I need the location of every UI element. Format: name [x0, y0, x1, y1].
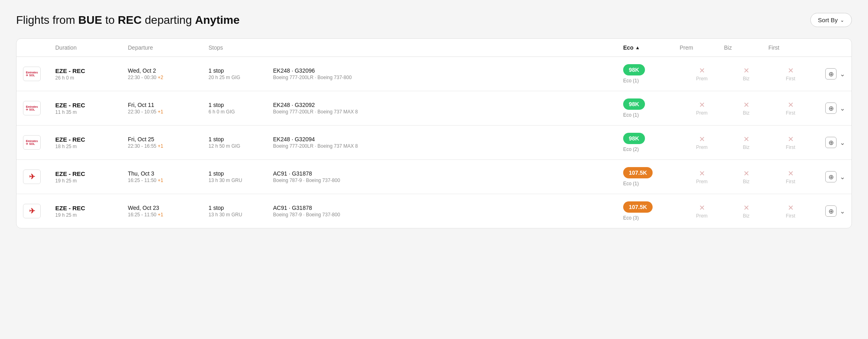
row-actions: ⊕ ⌄	[813, 171, 845, 182]
airline-logo-aircanada: ✈	[23, 204, 41, 218]
airline-logo-emirates: Emirates✈ SOL	[23, 135, 41, 150]
departure-info: Fri, Oct 11 22:30 - 10:05 +1	[128, 102, 209, 115]
airline-logo-cell: Emirates✈ SOL	[23, 101, 55, 115]
aircraft-info: Boeing 787-9 · Boeing 737-800	[273, 212, 623, 218]
col-biz: Biz	[724, 44, 768, 51]
time-offset: +1	[158, 109, 163, 115]
expand-button[interactable]: ⊕	[825, 205, 837, 217]
row-actions: ⊕ ⌄	[813, 103, 845, 114]
origin: BUE	[78, 14, 102, 26]
duration-text: 26 h 0 m	[55, 75, 128, 81]
col-empty	[23, 44, 55, 51]
departure-time: 16:25 - 11:50 +1	[128, 212, 209, 218]
prem-label: Prem	[696, 110, 708, 116]
stops-info: 1 stop 20 h 25 m GIG	[209, 67, 273, 80]
flight-codes: AC91 · G31878	[273, 205, 623, 211]
first-cell: ✕ First	[768, 135, 813, 150]
eco-sub: Eco (1)	[623, 78, 680, 84]
row-actions: ⊕ ⌄	[813, 68, 845, 80]
prem-unavail-icon: ✕	[699, 66, 705, 75]
prem-cell: ✕ Prem	[680, 203, 724, 219]
stop-detail: 12 h 50 m GIG	[209, 143, 273, 149]
first-unavail-icon: ✕	[788, 169, 794, 178]
eco-cell[interactable]: 98K Eco (2)	[623, 133, 680, 152]
eco-cell[interactable]: 98K Eco (1)	[623, 64, 680, 84]
prem-cell: ✕ Prem	[680, 135, 724, 150]
table-row: Emirates✈ SOL EZE - REC 18 h 25 m Fri, O…	[17, 126, 851, 160]
flight-detail: EK248 · G32096 Boeing 777-200LR · Boeing…	[273, 67, 623, 80]
prem-unavail-icon: ✕	[699, 169, 705, 178]
flights-table: Duration Departure Stops Eco ▲ Prem Biz …	[16, 38, 852, 228]
page-header: Flights from BUE to REC departing Anytim…	[16, 13, 852, 27]
prem-cell: ✕ Prem	[680, 66, 724, 82]
destination: REC	[118, 14, 142, 26]
col-stops: Stops	[209, 44, 273, 51]
biz-unavail-icon: ✕	[743, 169, 749, 178]
first-cell: ✕ First	[768, 100, 813, 116]
row-chevron-down-icon[interactable]: ⌄	[840, 139, 845, 146]
depart-time: Anytime	[195, 14, 240, 26]
time-offset: +1	[158, 212, 163, 218]
sort-arrow-icon: ▲	[635, 45, 640, 50]
eco-cell[interactable]: 107.5K Eco (1)	[623, 167, 680, 186]
route-info: EZE - REC 19 h 25 m	[55, 170, 128, 184]
row-chevron-down-icon[interactable]: ⌄	[840, 70, 845, 78]
duration-text: 18 h 25 m	[55, 144, 128, 149]
aircraft-info: Boeing 777-200LR · Boeing 737 MAX 8	[273, 109, 623, 115]
first-label: First	[786, 110, 795, 116]
eco-price-badge: 107.5K	[623, 167, 653, 178]
time-offset: +2	[158, 75, 163, 80]
expand-button[interactable]: ⊕	[825, 103, 837, 114]
first-label: First	[786, 179, 795, 184]
first-unavail-icon: ✕	[788, 66, 794, 75]
first-cell: ✕ First	[768, 203, 813, 219]
col-eco[interactable]: Eco ▲	[623, 44, 680, 51]
route-text: EZE - REC	[55, 67, 128, 74]
sort-button[interactable]: Sort By ⌄	[810, 13, 852, 27]
col-actions	[813, 44, 845, 51]
departure-time: 22:30 - 00:30 +2	[128, 75, 209, 80]
flights-list: Emirates✈ SOL EZE - REC 26 h 0 m Wed, Oc…	[17, 57, 851, 228]
row-chevron-down-icon[interactable]: ⌄	[840, 173, 845, 181]
stops-info: 1 stop 6 h 0 m GIG	[209, 102, 273, 115]
biz-label: Biz	[743, 213, 750, 219]
expand-button[interactable]: ⊕	[825, 137, 837, 148]
eco-cell[interactable]: 98K Eco (1)	[623, 98, 680, 118]
row-chevron-down-icon[interactable]: ⌄	[840, 105, 845, 112]
col-departure: Departure	[128, 44, 209, 51]
page-title: Flights from BUE to REC departing Anytim…	[16, 14, 240, 27]
eco-cell[interactable]: 107.5K Eco (3)	[623, 201, 680, 221]
stop-detail: 6 h 0 m GIG	[209, 109, 273, 115]
eco-sub: Eco (1)	[623, 181, 680, 186]
aircraft-info: Boeing 777-200LR · Boeing 737 MAX 8	[273, 143, 623, 149]
stops-info: 1 stop 13 h 30 m GRU	[209, 205, 273, 218]
flight-codes: EK248 · G32094	[273, 136, 623, 142]
prem-label: Prem	[696, 179, 708, 184]
prem-unavail-icon: ✕	[699, 203, 705, 212]
eco-price-badge: 98K	[623, 98, 645, 110]
first-unavail-icon: ✕	[788, 203, 794, 212]
expand-button[interactable]: ⊕	[825, 171, 837, 182]
biz-unavail-icon: ✕	[743, 100, 749, 109]
airline-logo-aircanada: ✈	[23, 170, 41, 184]
table-row: Emirates✈ SOL EZE - REC 26 h 0 m Wed, Oc…	[17, 57, 851, 91]
eco-price-badge: 98K	[623, 64, 645, 75]
prem-cell: ✕ Prem	[680, 100, 724, 116]
time-offset: +1	[158, 178, 163, 183]
departure-time: 22:30 - 10:05 +1	[128, 109, 209, 115]
departure-time: 22:30 - 16:55 +1	[128, 143, 209, 149]
route-text: EZE - REC	[55, 102, 128, 109]
stops-label: 1 stop	[209, 67, 273, 74]
biz-cell: ✕ Biz	[724, 169, 768, 184]
first-label: First	[786, 76, 795, 82]
biz-cell: ✕ Biz	[724, 203, 768, 219]
expand-button[interactable]: ⊕	[825, 68, 837, 80]
stops-info: 1 stop 13 h 30 m GRU	[209, 170, 273, 183]
flight-detail: AC91 · G31878 Boeing 787-9 · Boeing 737-…	[273, 170, 623, 183]
biz-label: Biz	[743, 144, 750, 150]
table-header: Duration Departure Stops Eco ▲ Prem Biz …	[17, 39, 851, 57]
col-first: First	[768, 44, 813, 51]
aircraft-info: Boeing 787-9 · Boeing 737-800	[273, 178, 623, 183]
row-chevron-down-icon[interactable]: ⌄	[840, 207, 845, 215]
biz-label: Biz	[743, 179, 750, 184]
